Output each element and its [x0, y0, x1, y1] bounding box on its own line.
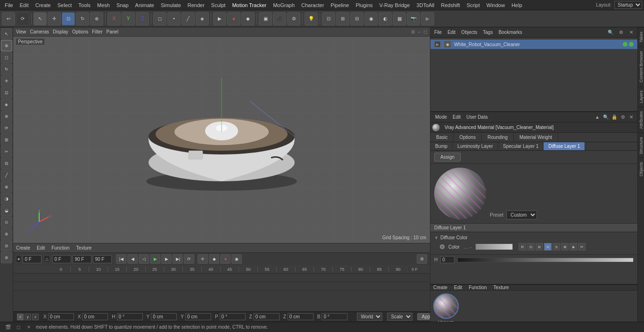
ml-texture[interactable]: Texture	[494, 285, 509, 290]
snap6[interactable]: ▦	[393, 12, 406, 25]
side-tab-takes[interactable]: Takes	[638, 27, 644, 47]
tl-texture[interactable]: Texture	[76, 245, 92, 251]
tool-4[interactable]: ↻	[1, 64, 12, 75]
color-icon-1[interactable]: ⊕	[561, 243, 569, 251]
ml-edit[interactable]: Edit	[454, 285, 462, 290]
render2[interactable]: ▶	[421, 12, 434, 25]
goto-start-btn[interactable]: |◀	[116, 254, 126, 264]
play-btn[interactable]: ▶	[150, 254, 160, 264]
color-swatch[interactable]	[475, 243, 513, 250]
tool-17[interactable]: ⊙	[1, 217, 12, 228]
om-tags[interactable]: Tags	[481, 29, 495, 36]
om-search-icon[interactable]: 🔍	[606, 28, 615, 37]
attr-edit-tab[interactable]: Edit	[450, 113, 463, 121]
menu-script[interactable]: Script	[464, 1, 483, 9]
menu-redshift[interactable]: Redshift	[438, 1, 462, 9]
vp-icon-3[interactable]: ◻	[423, 29, 427, 34]
tl-create[interactable]: Create	[16, 245, 30, 251]
tool-1[interactable]: ↖	[1, 28, 12, 40]
side-tab-attributes[interactable]: Attributes	[638, 107, 644, 133]
frame-start-input[interactable]	[23, 255, 41, 263]
tool-8[interactable]: ⊗	[1, 111, 12, 122]
tool-5[interactable]: ✛	[1, 75, 12, 87]
select-tool[interactable]: ↖	[33, 12, 47, 25]
step-back-btn[interactable]: ◀	[127, 254, 138, 264]
z-axis[interactable]: Z	[136, 12, 149, 25]
tool-18[interactable]: ⊛	[1, 228, 12, 240]
tool-6[interactable]: ⊡	[1, 87, 12, 98]
attr-icon4[interactable]: ⚙	[619, 113, 627, 121]
edge-mode[interactable]: ╱	[182, 12, 195, 25]
attr-userdata-tab[interactable]: User Data	[463, 113, 490, 121]
mat-tab-basic[interactable]: Basic	[430, 133, 454, 142]
snap2[interactable]: ⊞	[336, 12, 349, 25]
layout-select[interactable]: Startup	[614, 1, 642, 9]
mat-item-vacuum[interactable]: Vacuum	[433, 293, 459, 322]
menu-motion-tracker[interactable]: Motion Tracker	[229, 1, 269, 9]
mat-layer-luminosity[interactable]: Luminosity Layer	[453, 142, 498, 150]
menu-pipeline[interactable]: Pipeline	[328, 1, 352, 9]
menu-simulate[interactable]: Simulate	[158, 1, 184, 9]
om-objects[interactable]: Objects	[459, 29, 479, 36]
vp-icon-1[interactable]: ⊞	[411, 29, 415, 34]
menu-file[interactable]: File	[2, 1, 16, 9]
obj-item-vacuum[interactable]: ▶ ◉ White_Robot_Vacuum_Cleaner	[430, 40, 637, 49]
tool-11[interactable]: ✂	[1, 146, 12, 157]
mat-layer-diffuse[interactable]: Diffuse Layer 1	[544, 142, 585, 150]
play-anim[interactable]: ▶	[213, 12, 226, 25]
vp-filter[interactable]: Filter	[92, 29, 102, 34]
preset-select[interactable]: Custom	[506, 211, 537, 219]
color-icon-3[interactable]: ✏	[578, 243, 586, 251]
om-file[interactable]: File	[432, 29, 444, 36]
tl-settings[interactable]: ⚙	[417, 254, 427, 264]
coord-sz-input[interactable]	[288, 313, 314, 320]
tl-edit[interactable]: Edit	[37, 245, 45, 251]
color-mode-5[interactable]: S	[553, 243, 560, 251]
frame-total-input[interactable]	[93, 255, 112, 263]
coord-p-input[interactable]	[220, 313, 246, 320]
attr-icon2[interactable]: 🔍	[602, 113, 610, 121]
obj-mode[interactable]: ◻	[153, 12, 166, 25]
color-icon-2[interactable]: ◈	[570, 243, 577, 251]
attr-icon3[interactable]: 🔒	[610, 113, 619, 121]
color-mode-2[interactable]: G	[527, 243, 535, 251]
vp-cameras[interactable]: Cameras	[30, 29, 50, 34]
mat-tab-rounding[interactable]: Rounding	[482, 133, 514, 142]
record-anim[interactable]: ●	[227, 12, 240, 25]
menu-vray[interactable]: V-Ray Bridge	[377, 1, 413, 9]
viewport[interactable]: View Cameras Display Options Filter Pane…	[13, 27, 430, 243]
om-filter-icon[interactable]: ⚙	[617, 28, 625, 37]
frame-end-input[interactable]	[73, 255, 91, 263]
h-slider[interactable]	[457, 258, 634, 262]
bottom-icon-1[interactable]: ◻	[14, 323, 23, 332]
ml-function[interactable]: Function	[469, 285, 487, 290]
y-axis[interactable]: Y	[122, 12, 135, 25]
tool-2[interactable]: ⊕	[1, 40, 12, 51]
play-reverse-btn[interactable]: ◁	[139, 254, 149, 264]
coord-icon-x[interactable]: x	[17, 314, 24, 320]
render-settings[interactable]: ⚙	[287, 12, 300, 25]
loop-btn[interactable]: ⟳	[184, 254, 194, 264]
scale-select[interactable]: Scale	[387, 313, 413, 321]
coord-sx-input[interactable]	[82, 313, 108, 320]
apply-button[interactable]: Apply	[417, 313, 430, 320]
coord-x-input[interactable]	[48, 313, 74, 320]
om-bookmarks[interactable]: Bookmarks	[496, 29, 524, 36]
render-view[interactable]: ▣	[259, 12, 272, 25]
side-tab-objects[interactable]: Objects	[638, 158, 644, 180]
coord-icon-z[interactable]: z	[32, 314, 39, 320]
keyframe[interactable]: ◆	[241, 12, 255, 25]
bottom-icon-2[interactable]: ✕	[25, 323, 33, 332]
tool-20[interactable]: ⊚	[1, 252, 12, 263]
record-btn[interactable]: ◉	[231, 254, 242, 264]
coord-z-input[interactable]	[254, 313, 280, 320]
tool-14[interactable]: ⊕	[1, 181, 12, 193]
mat-layer-bump[interactable]: Bump	[430, 142, 453, 150]
goto-end-btn[interactable]: ▶|	[173, 254, 183, 264]
snap-btn[interactable]: ⊡	[322, 12, 335, 25]
menu-mesh[interactable]: Mesh	[94, 1, 113, 9]
snap5[interactable]: ◐	[379, 12, 392, 25]
menu-help[interactable]: Help	[509, 1, 525, 9]
snap3[interactable]: ⊟	[350, 12, 363, 25]
menu-mograph[interactable]: MoGraph	[270, 1, 297, 9]
